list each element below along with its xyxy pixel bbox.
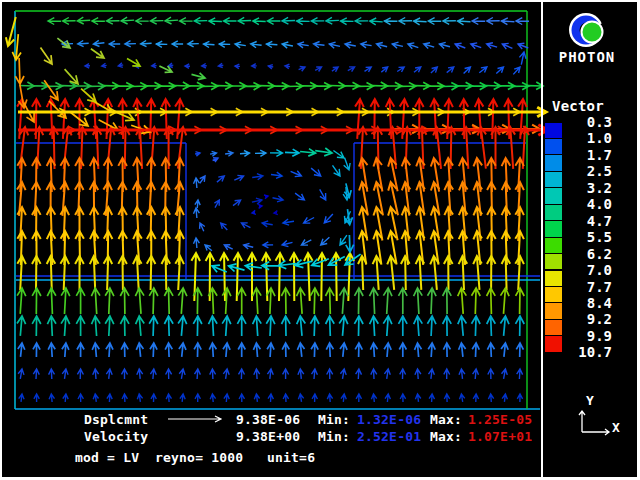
unit-label: unit=6 [267, 450, 315, 465]
legend-value: 9.2 [548, 312, 612, 327]
reference-arrow-icon [166, 413, 226, 425]
x-axis-label: X [612, 420, 620, 435]
legend-title: Vector [552, 99, 604, 114]
legend-value: 4.7 [548, 214, 612, 229]
velocity-value: 9.38E+00 [236, 429, 300, 444]
dsplcmnt-max-value: 1.25E-05 [468, 412, 532, 427]
photon-logo-icon [564, 8, 610, 54]
brand-name: PHOTON [558, 50, 616, 65]
legend-value: 2.5 [548, 164, 612, 179]
velocity-label: Velocity [84, 429, 148, 444]
dsplcmnt-min-label: Min: [318, 412, 350, 427]
dsplcmnt-min-value: 1.32E-06 [357, 412, 421, 427]
dsplcmnt-max-label: Max: [430, 412, 462, 427]
legend-value: 1.0 [548, 131, 612, 146]
legend-value: 3.2 [548, 181, 612, 196]
velocity-min-value: 2.52E-01 [357, 429, 421, 444]
legend-value: 6.2 [548, 247, 612, 262]
legend-value: 8.4 [548, 296, 612, 311]
legend-value: 4.0 [548, 197, 612, 212]
photon-window: PHOTON Vector Y X Dsplcmnt 9.38E-06 Min:… [0, 0, 640, 480]
legend-value: 7.7 [548, 280, 612, 295]
vector-field-plot [0, 0, 552, 412]
velocity-max-label: Max: [430, 429, 462, 444]
velocity-min-label: Min: [318, 429, 350, 444]
model-label: mod = LV [75, 450, 139, 465]
velocity-max-value: 1.07E+01 [468, 429, 532, 444]
legend-value: 7.0 [548, 263, 612, 278]
panel-separator [541, 2, 543, 477]
window-border-top [0, 0, 640, 2]
dsplcmnt-value: 9.38E-06 [236, 412, 300, 427]
legend-value: 10.7 [548, 345, 612, 360]
reynolds-label: reyno= 1000 [155, 450, 243, 465]
legend-value: 9.9 [548, 329, 612, 344]
window-border-left [0, 0, 2, 480]
legend-value: 5.5 [548, 230, 612, 245]
legend-value: 0.3 [548, 115, 612, 130]
legend-value: 1.7 [548, 148, 612, 163]
dsplcmnt-label: Dsplcmnt [84, 412, 148, 427]
